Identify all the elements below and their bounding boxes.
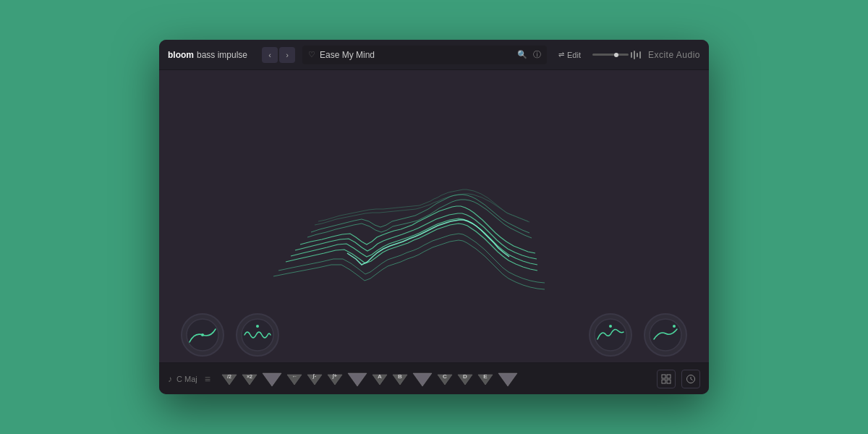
waveform-visualization — [159, 70, 709, 307]
preset-name: Ease My Mind — [320, 50, 513, 60]
preset-area[interactable]: ♡ Ease My Mind 🔍 ⓘ — [302, 46, 547, 64]
note-b-label: B — [398, 373, 402, 380]
arrow-left-label: ← — [292, 373, 297, 380]
nav-buttons: ‹ › — [262, 47, 295, 63]
knob-wave[interactable] — [236, 313, 279, 357]
edit-label: Edit — [567, 51, 581, 59]
svg-point-2 — [242, 319, 273, 351]
plugin-window: bloom bass impulse ‹ › ♡ Ease My Mind 🔍 … — [159, 40, 709, 394]
arrow-left-button[interactable]: ← — [286, 370, 303, 388]
svg-point-5 — [609, 325, 612, 328]
line4 — [639, 51, 641, 59]
edit-icon: ⇌ — [558, 51, 564, 59]
key-label: C Maj — [176, 375, 197, 383]
clock-icon-button[interactable] — [681, 370, 700, 388]
midi-icon: ≡ — [205, 373, 210, 385]
svg-line-28 — [691, 379, 693, 380]
svg-point-6 — [650, 319, 681, 351]
favorite-icon: ♡ — [308, 50, 315, 59]
knobs-row — [159, 307, 709, 362]
int-minus-button[interactable]: ∫- — [306, 370, 323, 388]
note-c-button[interactable]: C — [436, 370, 454, 388]
triangle-button-1[interactable] — [261, 369, 283, 389]
int-plus-label: ∫+ — [333, 373, 337, 378]
svg-rect-22 — [662, 375, 665, 378]
svg-point-7 — [673, 325, 676, 328]
svg-marker-21 — [498, 373, 517, 386]
plugin-name-bold: bloom — [168, 50, 194, 60]
info-icon[interactable]: ⓘ — [533, 49, 541, 60]
knobs-left — [181, 313, 279, 357]
note-b-button[interactable]: B — [391, 370, 409, 388]
bottom-left: ♪ C Maj ≡ — [168, 373, 210, 385]
svg-marker-17 — [413, 373, 432, 386]
header-title: bloom bass impulse — [168, 50, 255, 60]
nav-prev-button[interactable]: ‹ — [262, 47, 278, 63]
bottom-bar: ♪ C Maj ≡ /2 ×2 — [159, 362, 709, 394]
svg-point-1 — [201, 333, 204, 336]
edit-button[interactable]: ⇌ Edit — [554, 51, 585, 59]
nav-next-button[interactable]: › — [279, 47, 295, 63]
triangle-button-2[interactable] — [346, 369, 368, 389]
line1 — [631, 52, 632, 58]
knob-shape[interactable] — [644, 313, 687, 357]
note-e-button[interactable]: E — [477, 370, 494, 388]
note-e-label: E — [483, 373, 487, 380]
svg-point-3 — [256, 325, 259, 328]
bottom-right — [657, 370, 700, 388]
grid-icon-button[interactable] — [657, 370, 676, 388]
bottom-controls: /2 ×2 ← ∫- — [221, 369, 652, 389]
divide2-button[interactable]: /2 — [221, 370, 238, 388]
preset-icons: 🔍 ⓘ — [517, 49, 541, 60]
note-a-button[interactable]: A — [371, 370, 388, 388]
volume-slider[interactable] — [592, 54, 629, 56]
line2 — [634, 51, 635, 59]
waveform-area — [159, 70, 709, 307]
knobs-right — [589, 313, 687, 357]
note-d-button[interactable]: D — [456, 370, 474, 388]
int-plus-button[interactable]: ∫+ — [326, 370, 344, 388]
volume-slider-area — [592, 51, 641, 59]
note-a-label: A — [378, 373, 382, 380]
note-c-label: C — [443, 373, 447, 380]
header: bloom bass impulse ‹ › ♡ Ease My Mind 🔍 … — [159, 40, 709, 70]
svg-rect-23 — [667, 375, 671, 378]
search-icon[interactable]: 🔍 — [517, 50, 527, 59]
line3 — [637, 53, 638, 57]
triangle-button-4[interactable] — [497, 369, 519, 389]
note-d-label: D — [463, 373, 467, 380]
times2-label: ×2 — [247, 374, 252, 379]
music-icon: ♪ — [168, 374, 172, 384]
divide2-label: /2 — [227, 374, 231, 379]
main-area: ♪ C Maj ≡ /2 ×2 — [159, 70, 709, 394]
mini-lines — [631, 51, 641, 59]
svg-rect-25 — [667, 380, 671, 383]
svg-rect-24 — [662, 380, 665, 383]
times2-button[interactable]: ×2 — [241, 370, 258, 388]
knob-env[interactable] — [589, 313, 632, 357]
plugin-name-rest: bass impulse — [197, 50, 247, 60]
knob-filter[interactable] — [181, 313, 224, 357]
svg-marker-14 — [348, 373, 367, 386]
triangle-button-3[interactable] — [412, 369, 433, 389]
brand-name: Excite Audio — [648, 50, 700, 60]
int-minus-label: ∫- — [313, 373, 316, 378]
svg-marker-10 — [263, 373, 281, 386]
